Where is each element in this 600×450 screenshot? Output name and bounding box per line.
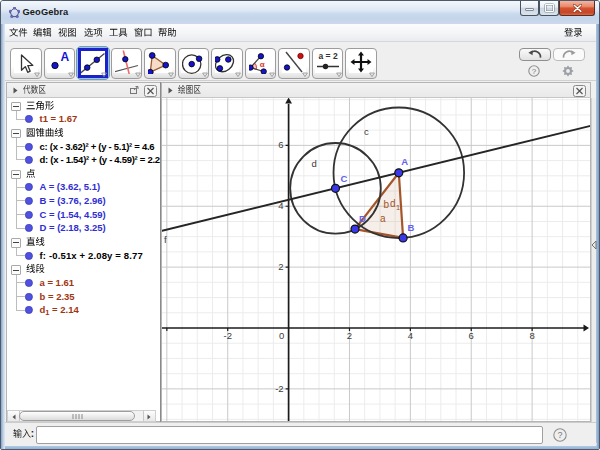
svg-text:d: d — [312, 158, 317, 169]
svg-text:α: α — [259, 60, 264, 69]
svg-text:6: 6 — [469, 330, 474, 341]
svg-text:0: 0 — [279, 330, 284, 341]
svg-text:d: d — [390, 198, 396, 209]
svg-text:-2: -2 — [275, 383, 283, 394]
svg-text:A: A — [401, 156, 408, 167]
svg-text:A: A — [60, 50, 69, 64]
svg-text:a: a — [380, 213, 386, 224]
svg-text:b: b — [384, 199, 390, 210]
svg-text:8: 8 — [529, 330, 534, 341]
svg-text:B: B — [408, 222, 415, 233]
svg-text:2: 2 — [347, 330, 352, 341]
svg-text:c: c — [364, 126, 369, 137]
svg-text:f: f — [164, 234, 167, 245]
svg-text:a = 2: a = 2 — [318, 51, 337, 61]
svg-text:?: ? — [531, 67, 536, 76]
svg-text:C: C — [341, 173, 348, 184]
svg-text:2: 2 — [278, 261, 283, 272]
svg-text:1: 1 — [396, 203, 400, 212]
svg-text:4: 4 — [408, 330, 413, 341]
svg-text:6: 6 — [278, 139, 283, 150]
svg-text:-2: -2 — [223, 330, 231, 341]
svg-text:D: D — [359, 213, 366, 224]
svg-text:?: ? — [557, 430, 562, 440]
